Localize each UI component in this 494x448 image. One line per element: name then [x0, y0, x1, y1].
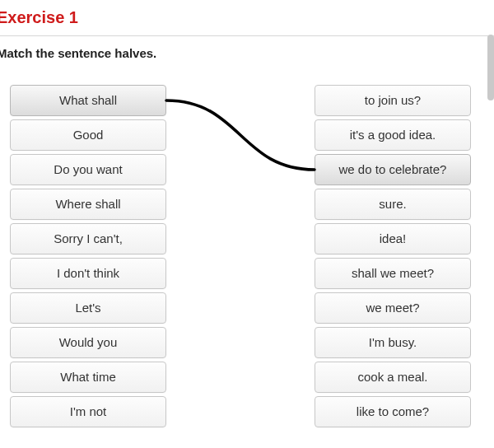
instruction-text: Match the sentence halves.	[0, 46, 494, 60]
right-item[interactable]: shall we meet?	[315, 258, 471, 289]
scrollbar-thumb[interactable]	[487, 35, 494, 100]
right-item[interactable]: it's a good idea.	[315, 119, 471, 151]
right-item[interactable]: we meet?	[315, 292, 471, 324]
left-item[interactable]: Sorry I can't,	[10, 223, 166, 254]
divider	[0, 35, 494, 36]
left-item[interactable]: What time	[10, 362, 166, 393]
connection-line	[166, 100, 315, 170]
right-item[interactable]: like to come?	[315, 396, 471, 427]
left-item[interactable]: What shall	[10, 85, 166, 116]
matching-area: What shallGoodDo you wantWhere shallSorr…	[0, 85, 494, 427]
right-item[interactable]: I'm busy.	[315, 327, 471, 358]
right-column: to join us?it's a good idea.we do to cel…	[315, 85, 471, 427]
left-item[interactable]: Do you want	[10, 154, 166, 185]
left-item[interactable]: Good	[10, 119, 166, 151]
right-item[interactable]: sure.	[315, 189, 471, 220]
left-item[interactable]: Where shall	[10, 189, 166, 220]
right-item[interactable]: we do to celebrate?	[315, 154, 471, 185]
right-item[interactable]: idea!	[315, 223, 471, 254]
left-item[interactable]: Would you	[10, 327, 166, 358]
left-item[interactable]: Let's	[10, 292, 166, 324]
right-item[interactable]: to join us?	[315, 85, 471, 116]
exercise-heading: Exercise 1	[0, 0, 494, 35]
left-item[interactable]: I don't think	[10, 258, 166, 289]
right-item[interactable]: cook a meal.	[315, 362, 471, 393]
left-item[interactable]: I'm not	[10, 396, 166, 427]
left-column: What shallGoodDo you wantWhere shallSorr…	[10, 85, 166, 427]
